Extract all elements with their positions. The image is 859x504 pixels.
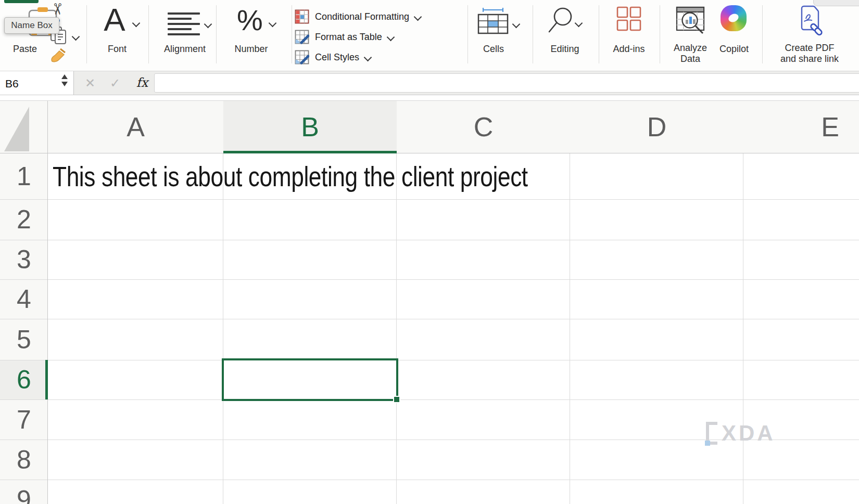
gridline: [0, 399, 859, 400]
font-icon: A: [99, 1, 130, 38]
row-header-1[interactable]: 1: [0, 153, 48, 199]
group-divider: [86, 5, 87, 63]
format-as-table-button[interactable]: Format as Table: [295, 29, 394, 45]
editing-label: Editing: [539, 44, 591, 54]
gridline: [0, 240, 859, 240]
format-as-table-chevron: [386, 33, 395, 41]
insert-function-button[interactable]: fx: [133, 71, 151, 95]
select-all-triangle-icon: [4, 107, 29, 151]
create-pdf-icon: [795, 4, 826, 36]
column-header-d[interactable]: D: [570, 101, 744, 153]
create-pdf-label-line2: and share link: [763, 54, 856, 64]
number-chevron[interactable]: [270, 19, 275, 28]
cut-icon[interactable]: ✂: [48, 3, 67, 16]
row-header-8[interactable]: 8: [0, 440, 48, 480]
name-box-tooltip: Name Box: [4, 17, 59, 34]
font-chevron[interactable]: [133, 19, 139, 28]
alignment-chevron[interactable]: [205, 20, 211, 29]
number-label: Number: [229, 44, 273, 54]
conditional-formatting-label: Conditional Formatting: [315, 11, 409, 22]
cells-chevron[interactable]: [513, 20, 519, 29]
analyze-data-label-line1: Analyze: [667, 43, 713, 54]
analyze-data-icon: [676, 5, 706, 34]
name-box[interactable]: [0, 71, 74, 95]
watermark-bracket-icon: [706, 422, 717, 445]
addins-label: Add-ins: [603, 44, 655, 54]
copilot-icon: [721, 5, 747, 31]
ribbon: Paste ✂ A Font: [0, 0, 859, 71]
group-divider: [660, 5, 660, 63]
gridline: [0, 199, 859, 200]
number-percent-icon: %: [232, 3, 268, 37]
paste-options-chevron[interactable]: [73, 32, 79, 42]
format-painter-button[interactable]: [48, 46, 67, 66]
formula-bar: ✕ ✓ fx: [0, 71, 859, 95]
gridline: [743, 153, 743, 504]
conditional-formatting-button[interactable]: Conditional Formatting: [295, 8, 421, 25]
column-header-bottom-border: [0, 153, 859, 153]
gridline: [0, 319, 859, 319]
row-header-right-border: [47, 101, 48, 504]
confirm-button[interactable]: ✓: [106, 71, 124, 95]
alignment-icon: [168, 12, 200, 38]
watermark: XDA: [706, 420, 776, 446]
create-pdf-label: Create PDF and share link: [763, 43, 856, 64]
column-header-c[interactable]: C: [397, 101, 571, 153]
selected-column-underline: [223, 151, 397, 153]
column-header-a[interactable]: A: [48, 101, 224, 153]
stepper-up-icon[interactable]: [61, 74, 68, 79]
row-header-3[interactable]: 3: [0, 240, 48, 279]
conditional-formatting-icon: [295, 9, 309, 24]
cell-a1-text: This sheet is about completing the clien…: [53, 153, 528, 199]
group-divider: [216, 5, 217, 63]
column-header-b[interactable]: B: [223, 101, 397, 153]
group-divider: [599, 5, 599, 63]
cell-styles-label: Cell Styles: [315, 52, 359, 63]
group-divider: [468, 5, 468, 63]
gridline: [396, 153, 397, 504]
gridline: [0, 480, 859, 480]
format-painter-brush-icon: [48, 46, 67, 63]
row-header-7[interactable]: 7: [0, 399, 48, 440]
group-divider: [533, 5, 533, 63]
group-divider: [292, 5, 292, 63]
stepper-down-icon[interactable]: [61, 82, 68, 86]
gridline: [0, 279, 859, 280]
excel-window: Paste ✂ A Font: [0, 0, 859, 504]
cell-styles-chevron: [364, 53, 372, 61]
analyze-data-label-line2: Data: [667, 54, 713, 64]
name-box-input[interactable]: [0, 71, 60, 96]
group-divider: [148, 5, 149, 63]
conditional-formatting-chevron: [414, 12, 422, 21]
gridline: [570, 153, 570, 504]
gridline: [0, 360, 859, 360]
alignment-label: Alignment: [156, 44, 213, 54]
paste-label: Paste: [2, 44, 48, 54]
row-header-2[interactable]: 2: [0, 199, 48, 240]
active-cell-selection[interactable]: [222, 358, 398, 401]
font-label: Font: [94, 44, 141, 54]
name-box-steppers[interactable]: [60, 74, 69, 86]
cell-styles-button[interactable]: Cell Styles: [295, 49, 371, 66]
analyze-data-label: Analyze Data: [667, 43, 713, 64]
fill-handle[interactable]: [393, 396, 400, 403]
select-all-corner[interactable]: [0, 101, 48, 153]
cells-label: Cells: [469, 44, 519, 54]
column-header-e[interactable]: E: [743, 101, 859, 153]
row-header-4[interactable]: 4: [0, 279, 48, 319]
cells-icon: [477, 7, 509, 34]
cancel-button[interactable]: ✕: [81, 71, 99, 95]
row-header-5[interactable]: 5: [0, 319, 48, 360]
row-header-9[interactable]: 9: [0, 480, 48, 504]
selected-row-accent: [45, 360, 48, 399]
watermark-text: XDA: [722, 421, 776, 446]
format-as-table-label: Format as Table: [315, 32, 382, 43]
cell-styles-icon: [295, 50, 309, 64]
formula-input[interactable]: [154, 73, 859, 93]
format-as-table-icon: [295, 30, 309, 44]
row-header-6[interactable]: 6: [0, 360, 48, 399]
watermark-square-icon: [705, 441, 710, 446]
gridline: [223, 153, 223, 504]
editing-chevron[interactable]: [576, 19, 582, 28]
editing-search-icon: [547, 6, 574, 34]
